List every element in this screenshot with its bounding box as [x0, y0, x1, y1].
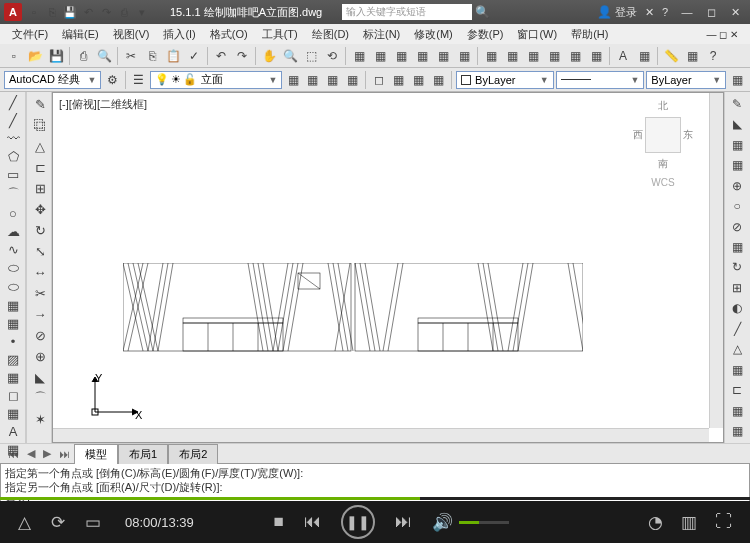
tb-d-icon[interactable]: ▦ [544, 46, 564, 66]
r-tool-3-icon[interactable]: ▦ [727, 135, 747, 154]
r-tool-1-icon[interactable]: ✎ [727, 94, 747, 113]
gradient-icon[interactable]: ▦ [2, 369, 24, 386]
cut-icon[interactable]: ✂ [121, 46, 141, 66]
doc-min-button[interactable]: — ◻ ✕ [700, 28, 744, 41]
cube-south[interactable]: 南 [633, 157, 693, 171]
mtext-icon[interactable]: A [2, 423, 24, 440]
calc-icon[interactable]: ▦ [454, 46, 474, 66]
region-icon[interactable]: ◻ [2, 387, 24, 404]
menu-edit[interactable]: 编辑(E) [56, 26, 105, 43]
move-icon[interactable]: ✥ [29, 199, 51, 219]
open-file-icon[interactable]: 📂 [25, 46, 45, 66]
markup-icon[interactable]: ▦ [433, 46, 453, 66]
ellipse-arc-icon[interactable]: ⬭ [2, 278, 24, 296]
print-icon[interactable]: ⎙ [116, 4, 132, 20]
r-tool-14-icon[interactable]: ▦ [727, 360, 747, 379]
preview-icon[interactable]: 🔍 [94, 46, 114, 66]
menu-window[interactable]: 窗口(W) [511, 26, 563, 43]
break-icon[interactable]: ⊘ [29, 325, 51, 345]
explode-icon[interactable]: ✶ [29, 409, 51, 429]
new-icon[interactable]: ▫ [26, 4, 42, 20]
linetype-combo[interactable]: ByLayer▼ [646, 71, 726, 89]
join-icon[interactable]: ⊕ [29, 346, 51, 366]
cube-wcs[interactable]: WCS [633, 177, 693, 188]
undo-icon[interactable]: ↶ [80, 4, 96, 20]
tab-layout1[interactable]: 布局1 [118, 444, 168, 464]
screen-icon[interactable]: ▭ [85, 512, 101, 533]
ellipse-icon[interactable]: ⬭ [2, 259, 24, 277]
menu-insert[interactable]: 插入(I) [157, 26, 201, 43]
layer-mgr-icon[interactable]: ☰ [130, 70, 148, 90]
color-combo[interactable]: ByLayer▼ [456, 71, 553, 89]
block-c-icon[interactable]: ▦ [429, 70, 447, 90]
menu-draw[interactable]: 绘图(D) [306, 26, 355, 43]
polygon-icon[interactable]: ⬠ [2, 148, 24, 165]
search-icon[interactable]: 🔍 [472, 2, 492, 22]
layer-d-icon[interactable]: ▦ [344, 70, 362, 90]
undo-tb-icon[interactable]: ↶ [211, 46, 231, 66]
r-tool-13-icon[interactable]: △ [727, 340, 747, 359]
app-logo[interactable]: A [4, 3, 22, 21]
r-tool-6-icon[interactable]: ○ [727, 196, 747, 215]
vertical-scrollbar[interactable] [709, 93, 723, 428]
redo-tb-icon[interactable]: ↷ [232, 46, 252, 66]
r-tool-5-icon[interactable]: ⊕ [727, 176, 747, 195]
rect-icon[interactable]: ▭ [2, 166, 24, 183]
plot-icon[interactable]: ⎙ [73, 46, 93, 66]
r-tool-10-icon[interactable]: ⊞ [727, 278, 747, 297]
spline-icon[interactable]: ∿ [2, 241, 24, 258]
ws-gear-icon[interactable]: ⚙ [103, 70, 121, 90]
menu-help[interactable]: 帮助(H) [565, 26, 614, 43]
hatch-icon[interactable]: ▨ [2, 351, 24, 368]
menu-dimension[interactable]: 标注(N) [357, 26, 406, 43]
circle-icon[interactable]: ○ [2, 205, 24, 222]
r-tool-2-icon[interactable]: ◣ [727, 114, 747, 133]
save-file-icon[interactable]: 💾 [46, 46, 66, 66]
make-block-icon[interactable]: ▦ [2, 315, 24, 332]
tab-next-icon[interactable]: ▶ [39, 447, 55, 460]
close-button[interactable]: ✕ [724, 4, 746, 20]
arc-icon[interactable]: ⌒ [2, 184, 24, 204]
designcenter-icon[interactable]: ▦ [370, 46, 390, 66]
video-progress-bar[interactable] [0, 497, 750, 500]
r-tool-8-icon[interactable]: ▦ [727, 237, 747, 256]
color-btn[interactable]: ◻ [370, 70, 388, 90]
point-icon[interactable]: • [2, 333, 24, 350]
r-tool-12-icon[interactable]: ╱ [727, 319, 747, 338]
tab-prev-icon[interactable]: ◀ [23, 447, 39, 460]
login-link[interactable]: 👤 登录 [597, 5, 637, 20]
volume-icon[interactable]: 🔊 [432, 512, 453, 533]
r-tool-7-icon[interactable]: ⊘ [727, 217, 747, 236]
paste-icon[interactable]: 📋 [163, 46, 183, 66]
tb-select-icon[interactable]: ▦ [682, 46, 702, 66]
pline-icon[interactable]: 〰 [2, 130, 24, 147]
menu-param[interactable]: 参数(P) [461, 26, 510, 43]
r-tool-15-icon[interactable]: ⊏ [727, 381, 747, 400]
revcloud-icon[interactable]: ☁ [2, 223, 24, 240]
trim-icon[interactable]: ✂ [29, 283, 51, 303]
erase-icon[interactable]: ✎ [29, 94, 51, 114]
array-icon[interactable]: ⊞ [29, 178, 51, 198]
maximize-button[interactable]: ◻ [700, 4, 722, 20]
zoom-prev-icon[interactable]: ⟲ [322, 46, 342, 66]
insert-block-icon[interactable]: ▦ [2, 297, 24, 314]
layer-combo[interactable]: 💡 ☀ 🔓 立面 ▼ [150, 71, 282, 89]
tb-h-icon[interactable]: ▦ [634, 46, 654, 66]
workspace-combo[interactable]: AutoCAD 经典▼ [4, 71, 101, 89]
match-icon[interactable]: ✓ [184, 46, 204, 66]
props-icon[interactable]: ▦ [349, 46, 369, 66]
search-input[interactable]: 输入关键字或短语 [342, 4, 472, 20]
pan-icon[interactable]: ✋ [259, 46, 279, 66]
offset-icon[interactable]: ⊏ [29, 157, 51, 177]
cube-face[interactable] [645, 117, 681, 153]
chamfer-icon[interactable]: ◣ [29, 367, 51, 387]
block-b-icon[interactable]: ▦ [410, 70, 428, 90]
tb-a-icon[interactable]: ▦ [481, 46, 501, 66]
table-icon[interactable]: ▦ [2, 405, 24, 422]
exchange-icon[interactable]: ✕ [645, 6, 654, 19]
r-tool-17-icon[interactable]: ▦ [727, 422, 747, 441]
xline-icon[interactable]: ╱ [2, 112, 24, 129]
lt-btn-icon[interactable]: ▦ [728, 70, 746, 90]
tool-palette-icon[interactable]: ▦ [391, 46, 411, 66]
help-icon[interactable]: ? [662, 6, 668, 18]
